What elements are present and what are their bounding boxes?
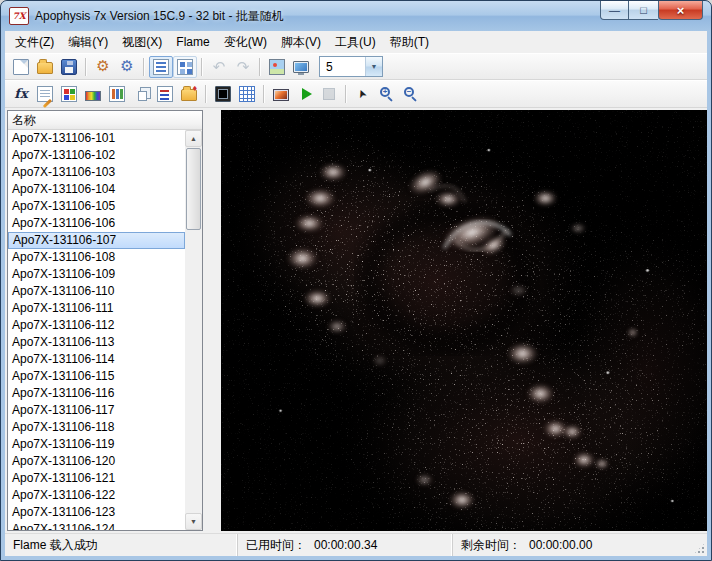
- list-item[interactable]: Apo7X-131106-117: [8, 402, 185, 419]
- folder-flame-icon: [181, 89, 197, 101]
- gradient-button[interactable]: [57, 83, 81, 105]
- resize-grip[interactable]: [693, 542, 706, 555]
- new-flame-button[interactable]: [9, 56, 33, 78]
- preview-panel: [221, 110, 707, 531]
- list-item[interactable]: Apo7X-131106-102: [8, 147, 185, 164]
- undo-button[interactable]: [207, 56, 231, 78]
- list-item[interactable]: Apo7X-131106-115: [8, 368, 185, 385]
- copy-icon: [138, 91, 147, 101]
- list-view-toggle[interactable]: [149, 56, 173, 78]
- thumbnail-view-toggle[interactable]: [173, 56, 197, 78]
- list-item[interactable]: Apo7X-131106-113: [8, 334, 185, 351]
- list-item[interactable]: Apo7X-131106-112: [8, 317, 185, 334]
- list-item[interactable]: Apo7X-131106-109: [8, 266, 185, 283]
- list-item[interactable]: Apo7X-131106-123: [8, 504, 185, 521]
- zoom-in-button[interactable]: [375, 83, 399, 105]
- color-curve-button[interactable]: [81, 83, 105, 105]
- list-item[interactable]: Apo7X-131106-105: [8, 198, 185, 215]
- menubar: 文件(Z)编辑(Y)视图(X)Flame变化(W)脚本(V)工具(U)帮助(T): [5, 31, 707, 53]
- stop-batch-button[interactable]: [317, 83, 341, 105]
- options-button[interactable]: [115, 56, 139, 78]
- script-editor-button[interactable]: [153, 83, 177, 105]
- gear-orange-icon: [95, 59, 111, 75]
- menu-view[interactable]: 视图(X): [115, 31, 169, 54]
- redo-button[interactable]: [231, 56, 255, 78]
- list-item[interactable]: Apo7X-131106-121: [8, 470, 185, 487]
- preview-quality-dropdown[interactable]: 5 ▼: [319, 56, 383, 77]
- adjust-button[interactable]: [33, 83, 57, 105]
- toolbar-edit: [5, 80, 707, 108]
- run-batch-button[interactable]: [293, 83, 317, 105]
- list-item[interactable]: Apo7X-131106-124: [8, 521, 185, 530]
- mutation-icon: [109, 86, 125, 102]
- menu-edit[interactable]: 编辑(Y): [61, 31, 115, 54]
- client-area: 文件(Z)编辑(Y)视图(X)Flame变化(W)脚本(V)工具(U)帮助(T)…: [1, 31, 711, 560]
- scroll-up-icon[interactable]: ▲: [185, 130, 202, 147]
- close-button[interactable]: ×: [658, 1, 703, 20]
- list-item[interactable]: Apo7X-131106-108: [8, 249, 185, 266]
- fullscreen-button[interactable]: [211, 83, 235, 105]
- list-item-selected[interactable]: Apo7X-131106-107: [8, 232, 185, 249]
- toolbar-main: 5 ▼: [5, 53, 707, 80]
- image-size-button[interactable]: [265, 56, 289, 78]
- duplicate-button[interactable]: [129, 83, 153, 105]
- titlebar[interactable]: 7X Apophysis 7x Version 15C.9 - 32 bit -…: [1, 1, 711, 31]
- flame-list-items: Apo7X-131106-101Apo7X-131106-102Apo7X-13…: [8, 130, 185, 530]
- menu-flame[interactable]: Flame: [169, 32, 216, 52]
- preview-quality-value: 5: [320, 57, 365, 76]
- list-item[interactable]: Apo7X-131106-103: [8, 164, 185, 181]
- list-item[interactable]: Apo7X-131106-119: [8, 436, 185, 453]
- main-area: 名称 Apo7X-131106-101Apo7X-131106-102Apo7X…: [5, 108, 707, 533]
- flame-list-body: Apo7X-131106-101Apo7X-131106-102Apo7X-13…: [8, 130, 202, 530]
- list-item[interactable]: Apo7X-131106-120: [8, 453, 185, 470]
- gear-blue-icon: [119, 59, 135, 75]
- flame-list-header[interactable]: 名称: [8, 111, 202, 130]
- open-button[interactable]: [33, 56, 57, 78]
- zoom-out-button[interactable]: [399, 83, 423, 105]
- toolbar-main-buttons: [9, 56, 313, 78]
- app-window: 7X Apophysis 7x Version 15C.9 - 32 bit -…: [0, 0, 712, 561]
- list-item[interactable]: Apo7X-131106-106: [8, 215, 185, 232]
- mutation-button[interactable]: [105, 83, 129, 105]
- editor-button[interactable]: [9, 83, 33, 105]
- menu-variation[interactable]: 变化(W): [217, 31, 274, 54]
- scroll-down-icon[interactable]: ▼: [185, 513, 202, 530]
- menu-script[interactable]: 脚本(V): [274, 31, 328, 54]
- toolbar-edit-buttons: [9, 83, 423, 105]
- maximize-button[interactable]: □: [629, 1, 658, 20]
- list-item[interactable]: Apo7X-131106-101: [8, 130, 185, 147]
- list-item[interactable]: Apo7X-131106-110: [8, 283, 185, 300]
- zoom-out-icon: [403, 86, 419, 102]
- toolbar-separator: [85, 58, 87, 76]
- menu-file[interactable]: 文件(Z): [8, 31, 61, 54]
- list-item[interactable]: Apo7X-131106-111: [8, 300, 185, 317]
- list-view-icon: [153, 59, 169, 75]
- play-icon: [302, 88, 312, 100]
- menu-help[interactable]: 帮助(T): [383, 31, 436, 54]
- fullscreen-icon: [215, 86, 231, 102]
- flame-list-scrollbar[interactable]: ▲ ▼: [185, 130, 202, 530]
- drag-mode-button[interactable]: [351, 83, 375, 105]
- save-button[interactable]: [57, 56, 81, 78]
- render-flame-button[interactable]: [269, 83, 293, 105]
- remaining-time-value: 00:00:00.00: [529, 538, 592, 552]
- list-item[interactable]: Apo7X-131106-118: [8, 419, 185, 436]
- display-button[interactable]: [289, 56, 313, 78]
- palette-icon: [61, 86, 77, 102]
- list-item[interactable]: Apo7X-131106-104: [8, 181, 185, 198]
- random-batch-button[interactable]: [91, 56, 115, 78]
- status-message-panel: Flame 载入成功: [5, 534, 238, 556]
- fx-icon: [13, 86, 29, 102]
- render-editor-button[interactable]: [235, 83, 259, 105]
- menu-tools[interactable]: 工具(U): [328, 31, 383, 54]
- scrollbar-thumb[interactable]: [186, 148, 201, 230]
- list-item[interactable]: Apo7X-131106-114: [8, 351, 185, 368]
- minimize-button[interactable]: —: [600, 1, 629, 20]
- list-item[interactable]: Apo7X-131106-122: [8, 487, 185, 504]
- new-icon: [13, 59, 29, 75]
- flame-library-button[interactable]: [177, 83, 201, 105]
- toolbar-separator: [263, 85, 265, 103]
- chevron-down-icon[interactable]: ▼: [365, 57, 382, 76]
- app-icon: 7X: [9, 7, 29, 25]
- list-item[interactable]: Apo7X-131106-116: [8, 385, 185, 402]
